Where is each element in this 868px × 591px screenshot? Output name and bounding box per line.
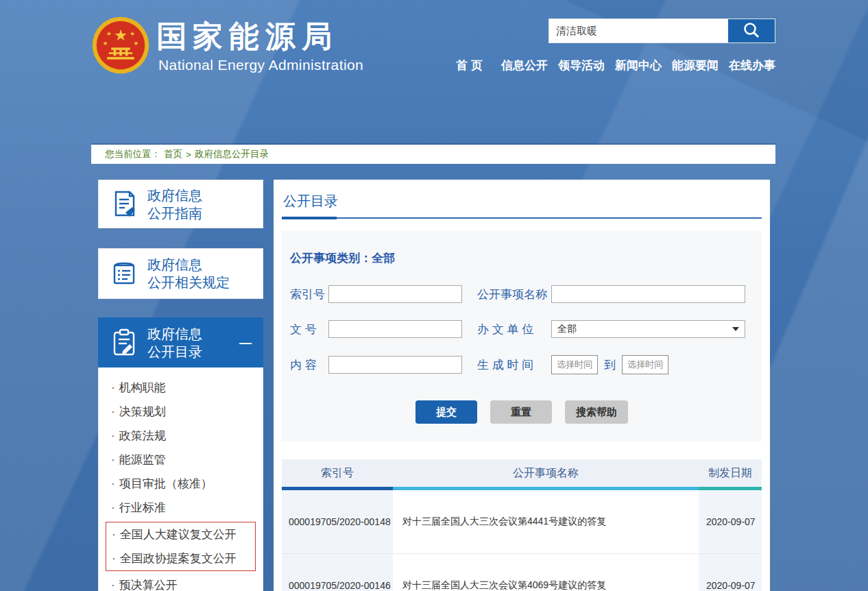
search-help-button[interactable]: 搜索帮助	[565, 400, 628, 424]
regulations-book-icon	[109, 258, 139, 289]
row-issue-date: 2020-09-07	[699, 490, 762, 553]
page-background: ★ ★ ★ ★ ★ 国家能源局 National Energy Administ…	[0, 0, 868, 591]
issuing-unit-select[interactable]: 全部	[551, 320, 745, 338]
search-input[interactable]	[549, 19, 728, 43]
bullet-icon: ·	[111, 501, 115, 514]
item-name-input[interactable]	[551, 285, 745, 303]
svg-text:★: ★	[130, 30, 135, 37]
top-navigation: 首 页 信息公开 领导活动 新闻中心 能源要闻 在线办事	[456, 58, 775, 73]
generation-time-label: 生 成 时 间	[477, 357, 548, 373]
doc-number-label: 文 号	[290, 322, 324, 337]
sidebar-item-label: 决策规划	[119, 405, 166, 418]
sidebar-item-decision-planning[interactable]: ·决策规划	[111, 400, 263, 424]
search-form-panel: 公开事项类别：全部 索引号 公开事项名称 文 号 办 文 单 位 全部 内 容	[282, 231, 762, 442]
sidebar-item-label: 预决算公开	[119, 579, 178, 591]
nav-item-leadership[interactable]: 领导活动	[558, 58, 605, 73]
sidebar-item-project-approval[interactable]: ·项目审批（核准）	[111, 472, 263, 496]
site-subtitle: National Energy Administration	[158, 57, 363, 73]
national-emblem-logo[interactable]: ★ ★ ★ ★ ★	[91, 15, 150, 75]
row-index-number: 000019705/2020-00146	[282, 554, 393, 591]
category-label: 公开事项类别：全部	[290, 250, 762, 266]
breadcrumb-current[interactable]: 政府信息公开目录	[195, 148, 269, 160]
table-row: 000019705/2020-00146 对十三届全国人大三次会议第4069号建…	[282, 554, 762, 591]
reset-button[interactable]: 重置	[490, 400, 552, 424]
form-row-1: 索引号 公开事项名称	[290, 285, 762, 303]
issuing-unit-label: 办 文 单 位	[477, 322, 548, 337]
sidebar-item-label: 机构职能	[119, 381, 166, 394]
submit-button[interactable]: 提交	[415, 400, 477, 424]
sidebar: 政府信息 公开指南 政府信息 公开相关规定	[98, 180, 263, 591]
form-row-2: 文 号 办 文 单 位 全部	[290, 320, 762, 338]
row-item-title-link[interactable]: 对十三届全国人大三次会议第4441号建议的答复	[393, 490, 699, 553]
sidebar-item-label: 项目审批（核准）	[119, 477, 213, 490]
regulations-card-line1: 政府信息	[147, 257, 202, 272]
regulations-card-line2: 公开相关规定	[147, 275, 230, 290]
doc-number-input[interactable]	[328, 320, 462, 338]
collapse-minus-icon[interactable]: —	[239, 336, 252, 350]
index-number-input[interactable]	[328, 285, 462, 303]
svg-text:★: ★	[103, 40, 108, 47]
table-header-issue-date: 制发日期	[699, 466, 762, 481]
sidebar-item-label: 政策法规	[119, 429, 166, 442]
main-title-row: 公开目录	[282, 189, 762, 219]
site-title[interactable]: 国家能源局	[156, 16, 338, 57]
table-row: 000019705/2020-00148 对十三届全国人大三次会议第4441号建…	[282, 490, 762, 554]
svg-text:★: ★	[114, 27, 128, 44]
sidebar-item-budget-disclosure[interactable]: ·预决算公开	[111, 573, 263, 591]
sidebar-item-label: 全国政协提案复文公开	[120, 552, 237, 565]
row-item-title-link[interactable]: 对十三届全国人大三次会议第4069号建议的答复	[393, 554, 699, 591]
nav-item-info-disclosure[interactable]: 信息公开	[501, 58, 548, 73]
form-buttons: 提交 重置 搜索帮助	[290, 400, 762, 424]
nav-item-home[interactable]: 首 页	[456, 58, 483, 73]
sidebar-card-disclosure-directory-active[interactable]: 政府信息 公开目录 —	[98, 317, 263, 367]
title-accent-bar	[282, 217, 337, 219]
directory-card-line1: 政府信息	[147, 326, 202, 341]
sidebar-card-disclosure-regulations[interactable]: 政府信息 公开相关规定	[98, 248, 263, 299]
dropdown-arrow-icon	[732, 327, 739, 331]
sidebar-item-npc-replies[interactable]: ·全国人大建议复文公开	[112, 522, 255, 546]
row-index-number: 000019705/2020-00148	[282, 490, 393, 553]
time-start-button[interactable]: 选择时间	[551, 355, 598, 374]
search-button[interactable]	[728, 19, 775, 43]
svg-text:★: ★	[106, 30, 112, 37]
breadcrumb-home-link[interactable]: 首页	[164, 148, 182, 160]
content-input[interactable]	[328, 356, 462, 374]
breadcrumb: 您当前位置： 首页 > 政府信息公开目录	[91, 145, 775, 164]
table-header-index: 索引号	[282, 466, 393, 481]
search-icon	[742, 21, 761, 42]
breadcrumb-prefix: 您当前位置：	[105, 148, 160, 160]
sidebar-directory-list: ·机构职能 ·决策规划 ·政策法规 ·能源监管 ·项目审批（核准） ·行业标准 …	[98, 367, 263, 591]
bullet-icon: ·	[111, 453, 115, 466]
sidebar-item-industry-standards[interactable]: ·行业标准	[111, 496, 263, 520]
content-label: 内 容	[290, 357, 324, 373]
bullet-icon: ·	[111, 429, 115, 442]
svg-text:★: ★	[134, 40, 139, 47]
time-to-label: 到	[604, 357, 616, 373]
sidebar-item-policies[interactable]: ·政策法规	[111, 424, 263, 448]
sidebar-item-label: 能源监管	[119, 453, 166, 466]
header-search	[548, 19, 775, 43]
guide-card-line1: 政府信息	[147, 188, 202, 203]
form-row-3: 内 容 生 成 时 间 选择时间 到 选择时间	[290, 355, 762, 374]
sidebar-highlighted-group: ·全国人大建议复文公开 ·全国政协提案复文公开	[106, 522, 256, 571]
results-table: 索引号 公开事项名称 制发日期 000019705/2020-00148 对十三…	[282, 459, 762, 591]
guide-doc-icon	[109, 189, 139, 219]
nav-item-online-services[interactable]: 在线办事	[729, 58, 775, 73]
sidebar-item-label: 全国人大建议复文公开	[120, 528, 237, 541]
index-number-label: 索引号	[290, 287, 324, 302]
bullet-icon: ·	[111, 477, 115, 490]
sidebar-item-organization[interactable]: ·机构职能	[111, 376, 263, 400]
table-header-item-name: 公开事项名称	[393, 466, 699, 481]
bullet-icon: ·	[111, 405, 115, 418]
sidebar-item-cppcc-replies[interactable]: ·全国政协提案复文公开	[112, 546, 255, 570]
page-title: 公开目录	[283, 193, 338, 208]
nav-item-news-center[interactable]: 新闻中心	[615, 58, 662, 73]
time-end-button[interactable]: 选择时间	[622, 355, 668, 374]
sidebar-card-disclosure-guide[interactable]: 政府信息 公开指南	[98, 180, 263, 228]
main-panel: 公开目录 公开事项类别：全部 索引号 公开事项名称 文 号 办 文 单 位 全部	[274, 180, 770, 591]
nav-item-energy-news[interactable]: 能源要闻	[672, 58, 719, 73]
item-name-label: 公开事项名称	[477, 287, 548, 302]
sidebar-item-energy-regulation[interactable]: ·能源监管	[111, 448, 263, 472]
directory-clipboard-icon	[109, 328, 139, 358]
bullet-icon: ·	[112, 528, 116, 541]
